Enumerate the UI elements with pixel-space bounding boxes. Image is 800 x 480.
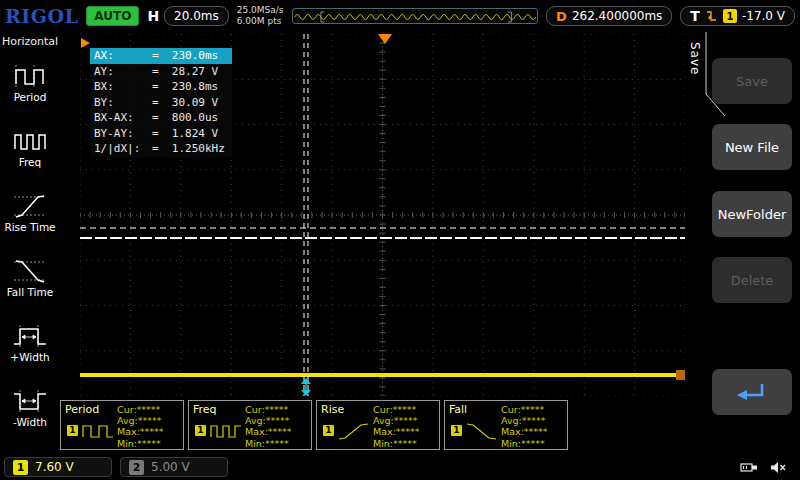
channel-badge: 1 <box>323 425 334 436</box>
sample-rate: 25.0MSa/s <box>237 5 284 16</box>
menu-item-fall-time[interactable]: Fall Time <box>7 245 53 310</box>
period-icon <box>12 63 48 89</box>
readout-row-ax: AX: = 230.0ms <box>90 48 232 64</box>
freq-icon <box>12 128 48 154</box>
readout-value: = 1.824 V <box>152 126 218 142</box>
readout-value: = 28.27 V <box>152 64 218 80</box>
channel2-status[interactable]: 2 5.00 V <box>120 457 228 477</box>
menu-item-freq[interactable]: Freq <box>12 115 48 180</box>
trigger-readout: T 1 -17.0 V <box>680 6 795 26</box>
meas-min: Min:***** <box>117 438 164 449</box>
meas-max: Max:***** <box>245 426 292 437</box>
channel-badge: 1 <box>195 425 206 436</box>
readout-row-by: BY: = 30.09 V <box>90 95 232 111</box>
meas-cur: Cur:***** <box>245 404 292 415</box>
channel-badge: 1 <box>451 425 462 436</box>
menu-item-label: Freq <box>19 156 42 168</box>
menu-item-rise-time[interactable]: Rise Time <box>4 180 55 245</box>
return-arrow-icon <box>734 380 770 404</box>
trigger-source-badge: 1 <box>723 9 737 23</box>
meas-cur: Cur:***** <box>117 404 164 415</box>
delay-readout: D 262.400000ms <box>546 6 672 26</box>
readout-row-ay: AY: = 28.27 V <box>90 64 232 80</box>
run-status-badge: AUTO <box>86 6 139 26</box>
readout-value: = 1.250kHz <box>152 141 225 157</box>
cursor-handle[interactable] <box>301 378 311 396</box>
readout-value: = 230.0ms <box>152 48 218 64</box>
measurement-values: Cur:***** Avg:***** Max:***** Min:***** <box>501 404 548 449</box>
channel1-status[interactable]: 1 7.60 V <box>4 457 112 477</box>
measurement-rise: Rise 1 Cur:***** Avg:***** Max:***** Min… <box>316 400 440 450</box>
new-file-button[interactable]: New File <box>712 124 792 170</box>
menu-item-period[interactable]: Period <box>12 50 48 115</box>
measure-menu: Horizontal Period Freq Rise Time Fall Ti… <box>0 32 60 456</box>
memory-depth: 6.00M pts <box>237 16 284 27</box>
fall-waveform-icon <box>466 422 498 442</box>
horizontal-scale-group[interactable]: H 20.0ms <box>147 6 228 26</box>
save-button[interactable]: Save <box>712 58 792 104</box>
measurement-period: Period 1 Cur:***** Avg:***** Max:***** M… <box>60 400 184 450</box>
system-icons <box>740 461 796 474</box>
menu-item-plus-width[interactable]: +Width <box>10 310 49 375</box>
meas-min: Min:***** <box>373 438 420 449</box>
measurement-readouts: Period 1 Cur:***** Avg:***** Max:***** M… <box>60 400 568 450</box>
readout-label: BY: <box>94 95 152 111</box>
meas-max: Max:***** <box>117 426 164 437</box>
period-waveform-icon <box>82 422 114 442</box>
measure-menu-title: Horizontal <box>2 35 58 48</box>
channel2-badge: 2 <box>129 460 144 475</box>
meas-min: Min:***** <box>245 438 292 449</box>
rigol-logo: RIGOL <box>5 5 78 27</box>
delete-button[interactable]: Delete <box>712 257 792 303</box>
measurement-values: Cur:***** Avg:***** Max:***** Min:***** <box>117 404 164 449</box>
meas-min: Min:***** <box>501 438 548 449</box>
menu-item-label: Rise Time <box>4 221 55 233</box>
back-button[interactable] <box>712 369 792 415</box>
trigger-position-marker[interactable] <box>378 34 392 44</box>
rise-waveform-icon <box>338 422 370 442</box>
readout-value: = 230.8ms <box>152 79 218 95</box>
menu-item-label: Period <box>14 91 47 103</box>
readout-value: = 30.09 V <box>152 95 218 111</box>
rise-time-icon <box>12 193 48 219</box>
measurement-freq: Freq 1 Cur:***** Avg:***** Max:***** Min… <box>188 400 312 450</box>
meas-avg: Avg:***** <box>501 415 548 426</box>
acquisition-info: 25.0MSa/s 6.00M pts <box>237 5 284 28</box>
cursor-readout-panel: AX: = 230.0ms AY: = 28.27 V BX: = 230.8m… <box>90 48 232 157</box>
timebase-value[interactable]: 20.0ms <box>164 6 229 26</box>
speaker-mute-icon <box>770 461 788 474</box>
meas-max: Max:***** <box>373 426 420 437</box>
preview-waveform-icon <box>293 10 538 24</box>
channel-badge: 1 <box>67 425 78 436</box>
channel1-badge: 1 <box>13 460 28 475</box>
softkey-menu: Save Save New File NewFolder Delete <box>685 32 800 480</box>
waveform-position-preview[interactable] <box>292 8 539 24</box>
menu-item-label: +Width <box>10 351 49 363</box>
readout-row-byay: BY-AY: = 1.824 V <box>90 126 232 142</box>
usb-icon <box>740 461 758 474</box>
readout-label: 1/|dX|: <box>94 141 152 157</box>
new-folder-button[interactable]: NewFolder <box>712 191 792 237</box>
channel2-scale: 5.00 V <box>151 460 190 474</box>
trigger-level-value: -17.0 V <box>742 9 785 23</box>
left-edge-marker <box>81 38 90 48</box>
fall-time-icon <box>12 258 48 284</box>
measurement-values: Cur:***** Avg:***** Max:***** Min:***** <box>373 404 420 449</box>
channel-status-bar: 1 7.60 V 2 5.00 V <box>0 454 800 480</box>
trace-end-marker <box>676 370 685 380</box>
delay-value: 262.400000ms <box>572 9 662 23</box>
readout-label: AY: <box>94 64 152 80</box>
measurement-values: Cur:***** Avg:***** Max:***** Min:***** <box>245 404 292 449</box>
trigger-label: T <box>690 8 700 24</box>
meas-avg: Avg:***** <box>117 415 164 426</box>
top-status-bar: RIGOL AUTO H 20.0ms 25.0MSa/s 6.00M pts … <box>0 0 800 32</box>
delay-label: D <box>556 9 567 24</box>
meas-avg: Avg:***** <box>373 415 420 426</box>
meas-cur: Cur:***** <box>373 404 420 415</box>
readout-label: BY-AY: <box>94 126 152 142</box>
menu-item-minus-width[interactable]: -Width <box>12 375 48 440</box>
readout-row-freq: 1/|dX|: = 1.250kHz <box>90 141 232 157</box>
readout-row-bxax: BX-AX: = 800.0us <box>90 110 232 126</box>
readout-value: = 800.0us <box>152 110 218 126</box>
channel1-scale: 7.60 V <box>35 460 74 474</box>
